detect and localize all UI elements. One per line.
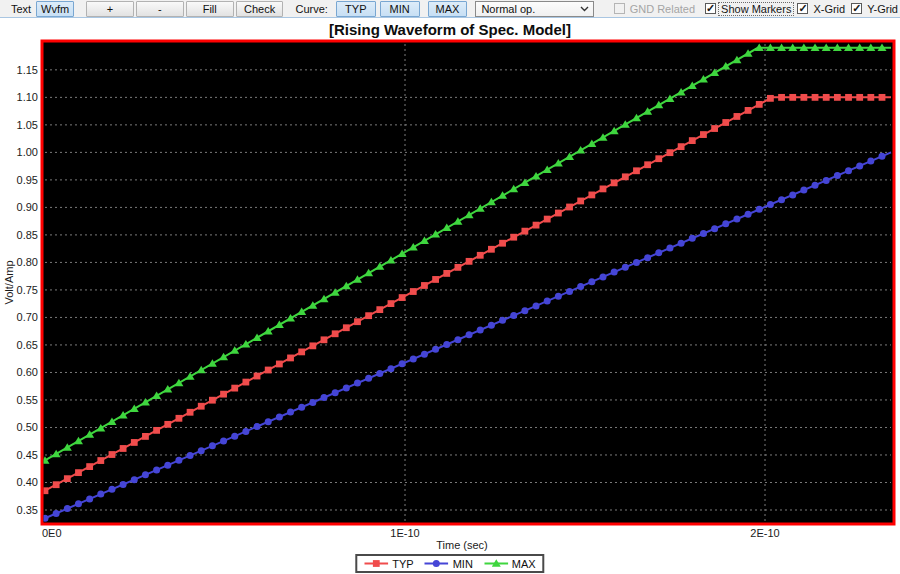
svg-text:1.15: 1.15 (17, 64, 38, 76)
checkbox-box (614, 3, 625, 14)
zoom-in-button[interactable]: + (86, 1, 134, 17)
checkbox-box: ✓ (851, 3, 862, 14)
checkbox-label: Show Markers (719, 3, 793, 15)
svg-text:0.85: 0.85 (17, 229, 38, 241)
checkbox-label: Y-Grid (865, 3, 900, 15)
svg-text:0.90: 0.90 (17, 201, 38, 213)
checkbox-y-grid[interactable]: ✓ Y-Grid (851, 3, 900, 15)
chevron-down-icon (580, 6, 589, 12)
curve-max-button[interactable]: MAX (428, 1, 468, 17)
triangle-up-icon (484, 558, 508, 569)
fill-button[interactable]: Fill (186, 1, 234, 17)
svg-text:0.45: 0.45 (17, 449, 38, 461)
svg-text:1.05: 1.05 (17, 119, 38, 131)
svg-text:0.55: 0.55 (17, 394, 38, 406)
svg-text:0.60: 0.60 (17, 366, 38, 378)
svg-text:0.75: 0.75 (17, 284, 38, 296)
svg-text:0.65: 0.65 (17, 339, 38, 351)
svg-text:Time (sec): Time (sec) (436, 539, 488, 551)
svg-text:0.35: 0.35 (17, 504, 38, 516)
curve-label: Curve: (295, 3, 327, 15)
legend: TYPMINMAX (355, 554, 544, 573)
legend-label: MIN (453, 558, 473, 570)
svg-text:0.70: 0.70 (17, 311, 38, 323)
zoom-out-button[interactable]: - (136, 1, 184, 17)
square-icon (364, 558, 388, 569)
mode-select[interactable]: Normal op. (475, 1, 593, 17)
checkbox-box: ✓ (797, 3, 808, 14)
tab-wvfm[interactable]: Wvfm (36, 1, 74, 17)
svg-text:0.40: 0.40 (17, 476, 38, 488)
legend-label: MAX (512, 558, 536, 570)
checkbox-box: ✓ (705, 3, 716, 14)
svg-text:Volt/Amp: Volt/Amp (3, 260, 15, 304)
curve-typ-button[interactable]: TYP (336, 1, 376, 17)
waveform-canvas: 0.350.400.450.500.550.600.650.700.750.80… (0, 18, 900, 573)
check-button[interactable]: Check (236, 1, 284, 17)
checkbox-show-markers[interactable]: ✓ Show Markers (705, 3, 793, 15)
curve-min-button[interactable]: MIN (380, 1, 420, 17)
tab-text[interactable]: Text (6, 1, 36, 17)
legend-item: MIN (425, 558, 473, 570)
svg-text:0.80: 0.80 (17, 256, 38, 268)
circle-icon (425, 558, 449, 569)
legend-item: MAX (484, 558, 536, 570)
legend-item: TYP (364, 558, 413, 570)
svg-text:1.10: 1.10 (17, 91, 38, 103)
checkbox-gnd-related[interactable]: GND Related (614, 3, 697, 15)
checkbox-label: GND Related (628, 3, 697, 15)
toolbar: Text Wvfm + - Fill Check Curve: TYP MIN … (0, 0, 900, 18)
legend-label: TYP (392, 558, 413, 570)
svg-text:0.50: 0.50 (17, 421, 38, 433)
checkbox-label: X-Grid (811, 3, 847, 15)
mode-select-value: Normal op. (481, 3, 535, 15)
checkbox-x-grid[interactable]: ✓ X-Grid (797, 3, 847, 15)
chart-area: [Rising Waveform of Spec. Model] 0.350.4… (0, 18, 900, 573)
svg-text:0.95: 0.95 (17, 174, 38, 186)
svg-text:0E0: 0E0 (42, 527, 62, 539)
svg-text:1.00: 1.00 (17, 146, 38, 158)
svg-text:2E-10: 2E-10 (750, 527, 779, 539)
svg-text:1E-10: 1E-10 (390, 527, 419, 539)
